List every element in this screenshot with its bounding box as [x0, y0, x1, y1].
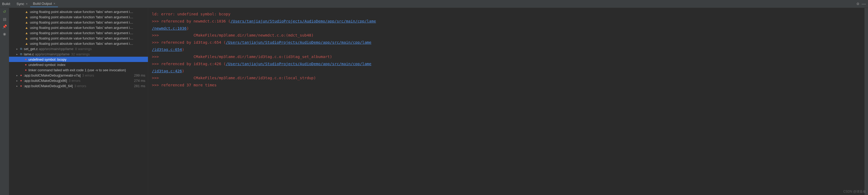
close-icon[interactable]: × [54, 2, 55, 5]
tree-file-row[interactable]: ▸⧉lame.capp/src/main/cpp/lame32 warnings [9, 51, 148, 57]
file-name: set_get.c [24, 47, 38, 51]
tool-gutter: ↺ ▤ 📌 ◉ [0, 8, 9, 195]
console-line: >>> CMakeFiles/mp3lame.dir/lame/newmdct.… [152, 32, 861, 39]
tree-task-row[interactable]: ▸●:app:buildCMakeDebug[armeabi-v7a]3 err… [9, 73, 148, 78]
console-line: /newmdct.c:1036) [152, 25, 861, 32]
file-suffix: 8 warnings [75, 47, 92, 51]
task-time: 274 ms [134, 79, 148, 83]
task-name: :app:buildCMakeDebug[armeabi-v7a] [24, 74, 81, 77]
warning-text: using floating point absolute value func… [30, 36, 133, 40]
tree-warning-row[interactable]: ▲using floating point absolute value fun… [9, 41, 148, 46]
console-text: >>> CMakeFiles/mp3lame.dir/lame/newmdct.… [152, 33, 314, 37]
console-line: >>> CMakeFiles/mp3lame.dir/lame/id3tag.c… [152, 75, 861, 82]
error-text: undefined symbol: index [28, 63, 65, 67]
file-icon: ⧉ [20, 52, 22, 56]
console-output[interactable]: ld: error: undefined symbol: bcopy>>> re… [148, 8, 864, 195]
tab-label: Build Output [33, 2, 52, 5]
tree-warning-row[interactable]: ▲using floating point absolute value fun… [9, 9, 148, 14]
console-line: >>> referenced 37 more times [152, 82, 861, 89]
warning-icon: ▲ [25, 20, 28, 24]
chevron-right-icon[interactable]: ▸ [17, 74, 19, 77]
task-suffix: 3 errors [74, 84, 86, 88]
close-icon[interactable]: × [26, 2, 28, 6]
warning-icon: ▲ [25, 31, 28, 35]
tree-error-row[interactable]: ●linker command failed with exit code 1 … [9, 67, 148, 73]
warning-icon: ▲ [25, 41, 28, 46]
tree-task-row[interactable]: ▸●:app:buildCMakeDebug[x86]3 errors274 m… [9, 78, 148, 83]
pin-icon[interactable]: 📌 [2, 24, 7, 29]
chevron-right-icon[interactable]: ▸ [17, 48, 19, 50]
eye-icon[interactable]: ◉ [3, 32, 6, 36]
tree-error-row[interactable]: ●undefined symbol: index [9, 62, 148, 67]
tree-warning-row[interactable]: ▲using floating point absolute value fun… [9, 35, 148, 41]
console-text: >>> referenced by id3tag.c:654 ( [152, 40, 226, 45]
file-link[interactable]: /Users/tanjiajun/StudioProjects/AudioDem… [226, 62, 371, 66]
tree-warning-row[interactable]: ▲using floating point absolute value fun… [9, 30, 148, 35]
console-text: >>> referenced by id3tag.c:426 ( [152, 62, 226, 66]
hide-icon[interactable]: — [862, 2, 866, 6]
file-link[interactable]: /Users/tanjiajun/StudioProjects/AudioDem… [226, 40, 371, 45]
build-tree[interactable]: ▲using floating point absolute value fun… [9, 8, 148, 195]
console-text: >>> referenced 37 more times [152, 83, 216, 87]
error-icon: ● [20, 79, 22, 82]
panel-header: Build: Sync × Build Output × ⚙ — [0, 0, 868, 8]
tree-warning-row[interactable]: ▲using floating point absolute value fun… [9, 20, 148, 25]
warning-text: using floating point absolute value func… [30, 15, 133, 19]
warning-text: using floating point absolute value func… [30, 41, 133, 46]
tab-sync[interactable]: Sync × [14, 1, 30, 7]
tree-warning-row[interactable]: ▲using floating point absolute value fun… [9, 14, 148, 20]
warning-icon: ▲ [25, 26, 28, 30]
rerun-icon[interactable]: ↺ [3, 9, 6, 14]
tree-file-row[interactable]: ▸⧉set_get.capp/src/main/cpp/lame8 warnin… [9, 46, 148, 51]
warning-text: using floating point absolute value func… [30, 20, 133, 24]
error-icon: ● [25, 57, 27, 61]
file-suffix: 32 warnings [71, 52, 90, 56]
chevron-right-icon[interactable]: ▸ [17, 53, 19, 56]
gear-icon[interactable]: ⚙ [856, 2, 860, 6]
task-suffix: 3 errors [82, 74, 94, 77]
file-icon: ⧉ [20, 47, 22, 51]
console-line: >>> referenced by id3tag.c:654 (/Users/t… [152, 39, 861, 46]
tree-error-row[interactable]: ●undefined symbol: bcopy [9, 57, 148, 62]
warning-text: using floating point absolute value func… [30, 10, 133, 14]
console-text: ) [182, 48, 184, 52]
console-line: /id3tag.c:654) [152, 46, 861, 53]
tree-warning-row[interactable]: ▲using floating point absolute value fun… [9, 25, 148, 30]
error-icon: ● [25, 63, 27, 66]
file-link[interactable]: /id3tag.c:426 [152, 69, 182, 73]
error-text: undefined symbol: bcopy [28, 57, 66, 61]
warning-icon: ▲ [25, 10, 28, 14]
warning-icon: ▲ [25, 36, 28, 40]
chevron-right-icon[interactable]: ▸ [17, 79, 19, 82]
panel-body: ↺ ▤ 📌 ◉ ▲using floating point absolute v… [0, 8, 868, 195]
tree-task-row[interactable]: ▸●:app:buildCMakeDebug[x86_64]3 errors28… [9, 83, 148, 88]
file-path: app/src/main/cpp/lame [35, 52, 70, 56]
task-time: 281 ms [134, 84, 148, 88]
console-line: ld: error: undefined symbol: bcopy [152, 10, 861, 18]
watermark: CSDN @谭嘉俊 [843, 190, 866, 194]
console-text: ) [187, 26, 189, 30]
file-link[interactable]: /Users/tanjiajun/StudioProjects/AudioDem… [230, 19, 376, 23]
console-text: ) [182, 69, 184, 73]
build-panel: Build: Sync × Build Output × ⚙ — ↺ ▤ 📌 ◉… [0, 0, 868, 195]
chevron-right-icon[interactable]: ▸ [17, 85, 19, 87]
console-text: ld: error: undefined symbol: bcopy [152, 12, 230, 16]
task-name: :app:buildCMakeDebug[x86] [24, 79, 67, 83]
console-text: >>> CMakeFiles/mp3lame.dir/lame/id3tag.c… [152, 55, 332, 59]
console-text: >>> referenced by newmdct.c:1036 ( [152, 19, 230, 23]
file-link[interactable]: /id3tag.c:654 [152, 48, 182, 52]
filter-icon[interactable]: ▤ [3, 17, 6, 21]
task-suffix: 3 errors [68, 79, 81, 83]
error-text: linker command failed with exit code 1 (… [28, 68, 126, 72]
file-name: lame.c [24, 52, 34, 56]
error-icon: ● [25, 68, 27, 72]
task-time: 299 ms [134, 74, 148, 77]
build-label: Build: [2, 2, 11, 6]
scrollbar[interactable] [864, 8, 868, 195]
file-link[interactable]: /newmdct.c:1036 [152, 26, 187, 30]
console-text: >>> CMakeFiles/mp3lame.dir/lame/id3tag.c… [152, 76, 316, 80]
error-icon: ● [20, 74, 22, 77]
tab-build-output[interactable]: Build Output × [30, 1, 58, 7]
console-line: /id3tag.c:426) [152, 67, 861, 75]
error-icon: ● [20, 84, 22, 88]
